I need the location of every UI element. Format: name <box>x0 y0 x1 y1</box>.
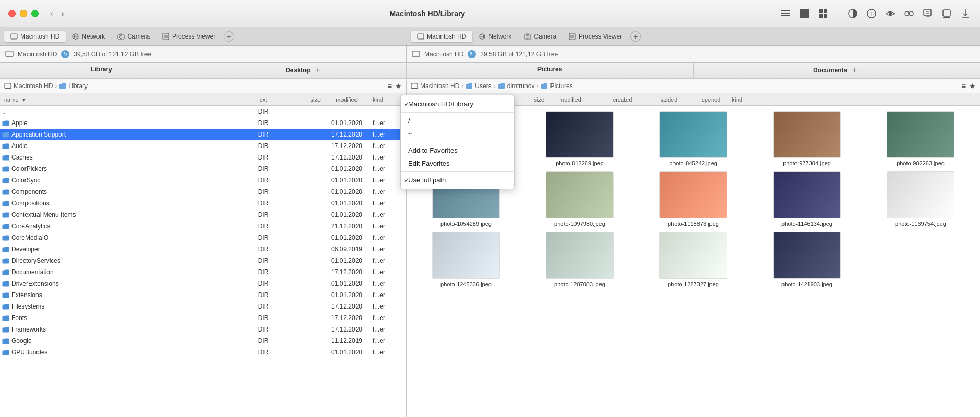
file-row[interactable]: Contextual Menu Items DIR 01.01.2020 f..… <box>0 209 406 220</box>
context-menu-use-full-path[interactable]: Use full path <box>401 174 514 187</box>
photo-cell[interactable]: photo-845242.jpeg <box>639 111 748 166</box>
col-header-name[interactable]: name ▼ <box>2 96 248 103</box>
photo-cell[interactable]: photo-1097930.jpeg <box>525 171 634 227</box>
file-row[interactable]: CoreAnalytics DIR 21.12.2020 f...er <box>0 220 406 232</box>
right-col-created[interactable]: created <box>596 96 648 103</box>
left-path-icons: ≡ ★ <box>388 82 402 90</box>
file-name-cell: Contextual Menu Items <box>2 211 248 218</box>
context-menu-divider-2 <box>401 142 514 142</box>
file-kind: f...er <box>373 280 404 287</box>
right-path-list-view-btn[interactable]: ≡ <box>962 82 966 90</box>
photo-cell[interactable]: photo-1287083.jpeg <box>525 232 634 287</box>
file-row[interactable]: Google DIR 11.12.2019 f...er <box>0 335 406 347</box>
left-file-list[interactable]: .. DIR Apple DIR 01.01.2020 f...er Appli… <box>0 106 406 417</box>
tag-icon[interactable] <box>922 7 934 20</box>
context-menu-current-path[interactable]: Macintosh HD/Library <box>401 97 514 111</box>
download-icon[interactable] <box>959 7 972 20</box>
left-add-panel-button[interactable]: + <box>313 66 324 75</box>
file-row[interactable]: Frameworks DIR 17.12.2020 f...er <box>0 324 406 335</box>
info-icon[interactable]: i <box>865 7 878 20</box>
left-storage-refresh-icon[interactable]: ↻ <box>61 50 69 58</box>
file-row[interactable]: ColorSync DIR 01.01.2020 f...er <box>0 175 406 186</box>
right-tab-network[interactable]: Network <box>472 31 518 42</box>
left-path-bar: Macintosh HD › Library ≡ ★ <box>0 79 406 93</box>
col-header-size[interactable]: size <box>279 96 321 103</box>
drive-icon[interactable] <box>940 7 953 20</box>
file-row[interactable]: CoreMediaIO DIR 01.01.2020 f...er <box>0 232 406 243</box>
file-row[interactable]: DriverExtensions DIR 01.01.2020 f...er <box>0 278 406 289</box>
context-menu-tilde[interactable]: ~ <box>401 127 514 140</box>
left-tab-macintosh-hd[interactable]: Macintosh HD <box>4 31 66 42</box>
file-row[interactable]: ColorPickers DIR 01.01.2020 f...er <box>0 163 406 175</box>
file-row[interactable]: .. DIR <box>0 106 406 117</box>
file-row[interactable]: DirectoryServices DIR 01.01.2020 f...er <box>0 255 406 266</box>
context-menu-add-to-favorites[interactable]: Add to Favorites <box>401 144 514 157</box>
left-tab-network[interactable]: Network <box>66 31 111 42</box>
list-view-icon[interactable] <box>779 7 792 20</box>
photo-cell[interactable]: photo-813269.jpeg <box>525 111 634 166</box>
right-add-tab-button[interactable]: + <box>630 31 641 42</box>
right-col-kind[interactable]: kind <box>732 96 978 103</box>
right-add-panel-button[interactable]: + <box>849 66 860 75</box>
eye-icon[interactable] <box>884 7 897 20</box>
right-panel-pictures[interactable]: Pictures <box>407 63 694 78</box>
context-menu[interactable]: Macintosh HD/Library / ~ Add to Favorite… <box>400 95 515 189</box>
left-panel-desktop[interactable]: Desktop + <box>203 63 406 78</box>
context-menu-edit-favorites[interactable]: Edit Favorites <box>401 157 514 170</box>
col-header-kind[interactable]: kind <box>373 96 404 103</box>
file-row[interactable]: Compositions DIR 01.01.2020 f...er <box>0 198 406 209</box>
photo-cell[interactable]: photo-1118873.jpeg <box>639 171 748 227</box>
photo-cell[interactable]: photo-982263.jpeg <box>866 111 975 166</box>
left-path-list-view-btn[interactable]: ≡ <box>388 82 392 90</box>
back-button[interactable]: ‹ <box>47 8 56 19</box>
photo-cell[interactable]: photo-977304.jpeg <box>753 111 861 166</box>
file-row[interactable]: Audio DIR 17.12.2020 f...er <box>0 140 406 152</box>
photo-cell[interactable]: photo-1245336.jpeg <box>412 232 520 287</box>
file-row[interactable]: Application Support DIR 17.12.2020 f...e… <box>0 129 406 140</box>
svg-rect-46 <box>412 51 420 56</box>
file-row[interactable]: Components DIR 01.01.2020 f...er <box>0 186 406 198</box>
left-tab-process-viewer[interactable]: Process Viewer <box>156 31 222 42</box>
right-storage-refresh-icon[interactable]: ↻ <box>468 50 476 58</box>
minimize-button[interactable] <box>20 10 27 17</box>
photo-cell[interactable]: photo-1146134.jpeg <box>753 171 861 227</box>
file-row[interactable]: Developer DIR 06.09.2019 f...er <box>0 243 406 255</box>
photo-cell[interactable]: photo-1169754.jpeg <box>866 171 975 227</box>
file-ext: DIR <box>248 303 279 310</box>
toggle-icon[interactable] <box>847 7 859 20</box>
file-row[interactable]: Extensions DIR 01.01.2020 f...er <box>0 289 406 301</box>
col-header-modified[interactable]: modified <box>321 96 373 103</box>
right-path-favorites-btn[interactable]: ★ <box>969 82 976 90</box>
file-row[interactable]: Filesystems DIR 17.12.2020 f...er <box>0 301 406 312</box>
photo-cell[interactable]: photo-1421903.jpeg <box>753 232 861 287</box>
col-header-ext[interactable]: ext <box>248 96 279 103</box>
grid-view-icon[interactable] <box>817 7 829 20</box>
close-button[interactable] <box>8 10 16 17</box>
maximize-button[interactable] <box>31 10 39 17</box>
column-view-icon[interactable] <box>798 7 811 20</box>
right-tab-camera[interactable]: Camera <box>518 31 562 42</box>
forward-button[interactable]: › <box>58 8 67 19</box>
right-tab-process-viewer[interactable]: Process Viewer <box>562 31 628 42</box>
photo-cell[interactable]: photo-1287327.jpeg <box>639 232 748 287</box>
left-path-favorites-btn[interactable]: ★ <box>395 82 402 90</box>
file-row[interactable]: Fonts DIR 17.12.2020 f...er <box>0 312 406 324</box>
search-binoculars-icon[interactable] <box>903 7 915 20</box>
right-panel-documents[interactable]: Documents + <box>694 63 981 78</box>
file-row[interactable]: Documentation DIR 17.12.2020 f...er <box>0 266 406 278</box>
file-kind: f...er <box>373 142 404 150</box>
file-name-cell: Extensions <box>2 291 248 299</box>
file-row[interactable]: Apple DIR 01.01.2020 f...er <box>0 117 406 129</box>
file-row[interactable]: GPUBundles DIR 01.01.2020 f...er <box>0 347 406 358</box>
left-panel-library[interactable]: Library <box>0 63 203 78</box>
file-ext: DIR <box>248 314 279 322</box>
right-col-opened[interactable]: opened <box>690 96 732 103</box>
left-add-tab-button[interactable]: + <box>224 31 234 42</box>
context-menu-slash[interactable]: / <box>401 114 514 127</box>
right-col-added[interactable]: added <box>648 96 690 103</box>
file-row[interactable]: Caches DIR 17.12.2020 f...er <box>0 152 406 163</box>
right-col-modified[interactable]: modified <box>544 96 596 103</box>
right-tab-macintosh-hd[interactable]: Macintosh HD <box>411 31 472 42</box>
file-ext: DIR <box>248 268 279 276</box>
left-tab-camera[interactable]: Camera <box>111 31 156 42</box>
